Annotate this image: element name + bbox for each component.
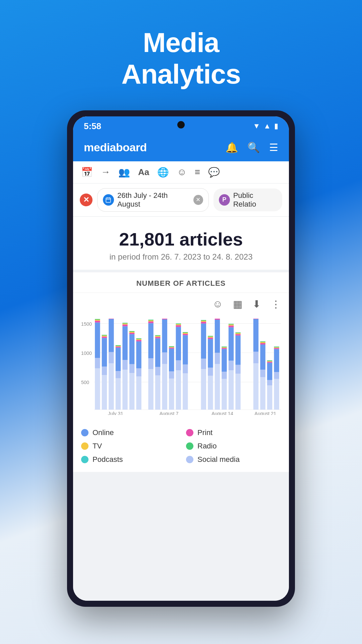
podcasts-dot [81,456,88,463]
download-icon[interactable]: ⬇ [252,298,261,310]
svg-rect-82 [176,370,181,410]
calendar-filter-icon[interactable]: 📅 [81,167,93,178]
svg-rect-53 [148,358,153,369]
article-count: 21,801 articles [81,229,281,250]
svg-rect-102 [215,320,220,353]
notification-icon[interactable]: 🔔 [226,142,238,153]
author-filter-icon[interactable]: 👥 [118,167,130,178]
phone-screen: 5:58 ▼ ▲ ▮ mediaboard 🔔 🔍 ☰ 📅 → 👥 Aa 🌐 ☺ [73,116,289,601]
svg-rect-109 [222,348,227,349]
print-dot [186,429,193,436]
chart-area: 1500 1000 500 [73,315,289,422]
svg-rect-25 [109,319,114,319]
bar-group-6 [129,331,134,410]
filter-toolbar[interactable]: 📅 → 👥 Aa 🌐 ☺ ≡ 💬 [73,161,289,183]
svg-rect-81 [176,323,181,324]
bar-group-22 [267,360,272,410]
svg-rect-65 [162,352,167,364]
app-bar-icons[interactable]: 🔔 🔍 ☰ [226,142,278,153]
chip-close-icon: ✕ [196,196,200,203]
svg-rect-77 [176,360,181,370]
svg-rect-38 [122,323,127,324]
svg-rect-57 [148,320,153,320]
svg-rect-131 [260,370,265,377]
bar-group-14 [201,320,206,410]
pr-chip-text: Public Relatio [233,191,277,209]
svg-rect-145 [274,348,279,349]
svg-rect-64 [155,375,160,410]
svg-rect-89 [201,359,206,369]
svg-rect-55 [148,321,153,323]
svg-rect-118 [229,370,234,410]
clear-filter-button[interactable]: ✕ [80,194,93,206]
remove-date-chip-button[interactable]: ✕ [193,195,203,205]
bar-group-10 [162,319,167,410]
svg-rect-127 [253,319,258,319]
bar-group-19 [235,332,240,410]
status-icons: ▼ ▲ ▮ [253,122,278,130]
svg-rect-19 [102,336,107,338]
svg-rect-146 [274,347,279,348]
svg-rect-46 [129,373,134,410]
svg-rect-33 [116,345,121,346]
svg-rect-37 [122,324,127,326]
chart-section: NUMBER OF ARTICLES ☺ ▦ ⬇ ⋮ 1500 1000 500 [73,272,289,472]
main-content: 21,801 articles in period from 26. 7. 20… [73,217,289,601]
svg-rect-58 [148,369,153,410]
source-filter-icon[interactable]: → [101,167,110,177]
hero-title: Media Analytics [121,27,241,90]
svg-rect-56 [148,320,153,321]
svg-rect-148 [274,379,279,409]
svg-rect-92 [201,321,206,322]
svg-text:August 14: August 14 [212,411,233,415]
more-options-icon[interactable]: ⋮ [271,298,281,310]
legend-tv-label: TV [93,442,102,450]
svg-rect-15 [95,319,100,320]
svg-rect-119 [235,365,240,374]
sentiment-filter-icon[interactable]: ☺ [177,167,187,177]
tv-dot [81,442,88,450]
svg-rect-47 [136,368,141,377]
sort-filter-icon[interactable]: ≡ [195,167,200,177]
svg-rect-88 [183,373,188,410]
svg-rect-113 [229,361,234,370]
svg-rect-32 [116,346,121,346]
social-dot [186,456,193,463]
date-range-chip[interactable]: 26th July - 24th August ✕ [97,188,209,212]
svg-rect-132 [260,344,265,370]
region-filter-icon[interactable]: 🌐 [157,167,169,178]
svg-rect-91 [201,322,206,323]
svg-rect-121 [235,334,240,335]
svg-rect-126 [253,319,258,352]
language-filter-icon[interactable]: Aa [138,167,149,177]
menu-icon[interactable]: ☰ [269,142,278,153]
bar-group-17 [222,346,227,410]
bar-group-13 [183,332,188,410]
sentiment-chart-icon[interactable]: ☺ [213,298,223,310]
bar-chart-svg: 1500 1000 500 [81,319,281,415]
svg-rect-116 [229,324,234,325]
svg-rect-108 [222,349,227,372]
svg-rect-31 [116,346,121,347]
chart-toolbar[interactable]: ☺ ▦ ⬇ ⋮ [73,293,289,315]
chart-legend: Online Print TV Radio [73,422,289,472]
svg-rect-96 [208,339,213,367]
bar-chart-icon[interactable]: ▦ [233,298,242,310]
legend-podcasts-label: Podcasts [93,455,123,464]
svg-rect-107 [222,372,227,379]
svg-rect-106 [215,364,220,410]
comment-filter-icon[interactable]: 💬 [208,167,220,178]
svg-text:August 21: August 21 [254,411,276,415]
svg-rect-122 [235,333,240,334]
svg-text:1500: 1500 [81,321,92,326]
search-icon[interactable]: 🔍 [247,142,260,153]
svg-rect-20 [102,335,107,336]
svg-rect-87 [183,332,188,333]
svg-rect-42 [129,334,134,364]
bar-group-16 [215,319,220,410]
svg-rect-111 [222,346,227,347]
pr-chip[interactable]: P Public Relatio [214,189,282,211]
svg-rect-85 [183,334,188,335]
svg-rect-36 [122,326,127,360]
svg-rect-101 [215,353,220,364]
